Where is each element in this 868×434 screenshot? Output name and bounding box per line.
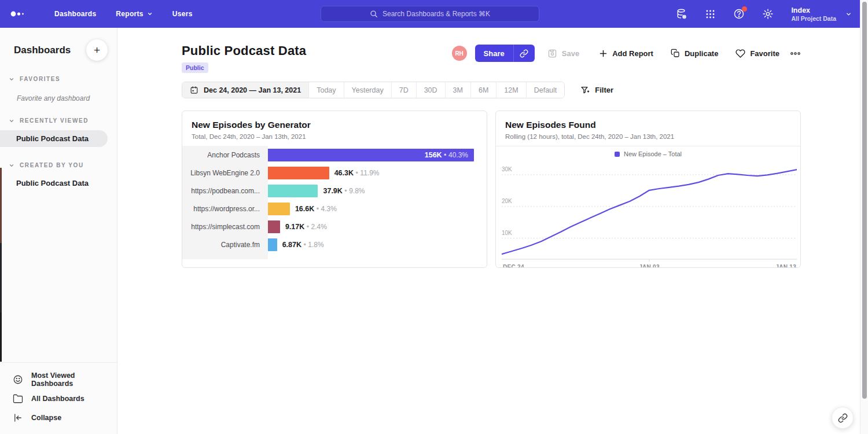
date-preset-12m[interactable]: 12M <box>496 82 525 98</box>
add-report-button[interactable]: Add Report <box>599 49 653 58</box>
section-recently-viewed[interactable]: RECENTLY VIEWED <box>0 117 117 124</box>
apps-grid-icon[interactable] <box>705 9 716 20</box>
more-options-button[interactable] <box>790 51 801 56</box>
date-preset-3m[interactable]: 3M <box>445 82 470 98</box>
legend-swatch <box>615 152 620 157</box>
favorites-empty-note: Favorite any dashboard <box>17 94 117 102</box>
folder-icon <box>13 393 23 404</box>
save-icon <box>547 49 557 58</box>
bar-value-label: 46.3K • 11.9% <box>334 169 380 177</box>
more-dots-icon <box>790 51 801 56</box>
save-button[interactable]: Save <box>547 49 579 58</box>
sidebar-item-public-podcast-data[interactable]: Public Podcast Data <box>0 175 108 192</box>
avatar[interactable]: RH <box>452 46 467 61</box>
date-preset-7d[interactable]: 7D <box>391 82 416 98</box>
card-subtitle: Total, Dec 24th, 2020 – Jan 13th, 2021 <box>192 133 477 140</box>
bar-row[interactable]: 6.87K • 1.8% <box>268 236 474 253</box>
bar-segment[interactable] <box>268 220 280 233</box>
duplicate-button[interactable]: Duplicate <box>671 49 719 58</box>
card-new-episodes-found: New Episodes Found Rolling (12 hours), t… <box>495 111 801 268</box>
link-icon <box>520 49 528 58</box>
bar-value-label: 37.9K • 9.8% <box>323 187 365 195</box>
scrollbar-thumb[interactable] <box>862 2 867 399</box>
page-title: Public Podcast Data <box>182 43 306 58</box>
copy-link-fab[interactable] <box>832 407 854 429</box>
duplicate-label: Duplicate <box>685 49 719 58</box>
settings-gear-icon[interactable] <box>762 8 774 20</box>
collapse-sidebar-button[interactable]: Collapse <box>0 408 117 427</box>
date-range-group: Dec 24, 2020 — Jan 13, 2021 TodayYesterd… <box>182 82 565 98</box>
chart-legend: New Episode – Total <box>496 146 800 161</box>
section-favorites[interactable]: FAVORITES <box>0 76 117 82</box>
filter-button[interactable]: Filter <box>580 86 613 95</box>
bar-category-label: Libsyn WebEngine 2.0 <box>182 164 268 182</box>
date-toolbar: Dec 24, 2020 — Jan 13, 2021 TodayYesterd… <box>182 82 868 98</box>
card-title: New Episodes Found <box>505 120 791 130</box>
bar-value-label: 9.17K • 2.4% <box>285 223 327 231</box>
main-content: Public Podcast Data Public RH Share Save <box>117 28 868 434</box>
section-label: RECENTLY VIEWED <box>20 117 89 124</box>
bar-value-label: 16.6K • 4.3% <box>295 205 337 213</box>
y-axis-tick-label: 10K <box>502 230 512 236</box>
date-preset-today[interactable]: Today <box>308 82 343 98</box>
filter-label: Filter <box>595 86 613 94</box>
sidebar: Dashboards + FAVORITES Favorite any dash… <box>0 28 117 434</box>
search-input[interactable]: Search Dashboards & Reports ⌘K <box>321 6 539 22</box>
workspace-switcher[interactable]: Index All Project Data <box>791 6 852 22</box>
bar-segment[interactable] <box>268 167 329 179</box>
notification-badge <box>742 6 747 12</box>
sidebar-title: Dashboards <box>14 45 71 56</box>
nav-dashboards[interactable]: Dashboards <box>54 10 96 18</box>
data-sources-icon[interactable] <box>676 8 687 20</box>
most-viewed-dashboards-link[interactable]: Most Viewed Dashboards <box>0 370 117 389</box>
date-range-picker[interactable]: Dec 24, 2020 — Jan 13, 2021 <box>182 82 308 98</box>
bar-row[interactable]: 46.3K • 11.9% <box>268 164 474 182</box>
add-report-label: Add Report <box>612 49 653 58</box>
header-actions: RH Share Save Add Report Dupl <box>452 45 801 62</box>
add-dashboard-button[interactable]: + <box>86 39 108 61</box>
app-logo-icon[interactable] <box>9 9 27 19</box>
x-axis-tick-label: DEC 24 <box>503 264 524 268</box>
bar-category-label: https://wordpress.or... <box>182 200 268 218</box>
scrollbar-track[interactable] <box>860 0 868 434</box>
y-axis-tick-label: 20K <box>502 198 512 204</box>
duplicate-icon <box>671 49 680 58</box>
bar-category-label: Anchor Podcasts <box>182 146 268 164</box>
bar-row[interactable]: 9.17K • 2.4% <box>268 218 474 236</box>
bar-segment[interactable]: 156K • 40.3% <box>268 149 474 161</box>
line-series-new-episode-total[interactable] <box>502 170 797 254</box>
section-created-by-you[interactable]: CREATED BY YOU <box>0 162 117 168</box>
share-split-button: Share <box>475 45 535 62</box>
chevron-down-icon <box>9 163 14 168</box>
date-preset-yesterday[interactable]: Yesterday <box>344 82 391 98</box>
bar-row[interactable]: 37.9K • 9.8% <box>268 182 474 200</box>
x-axis-tick-label: JAN 03 <box>639 264 660 268</box>
share-button[interactable]: Share <box>475 45 513 62</box>
bar-row[interactable]: 156K • 40.3% <box>268 146 474 164</box>
background-window-sliver <box>0 243 2 312</box>
footer-label: Most Viewed Dashboards <box>31 372 117 388</box>
bar-row[interactable]: 16.6K • 4.3% <box>268 200 474 218</box>
search-placeholder: Search Dashboards & Reports ⌘K <box>382 10 490 18</box>
bar-value-label: 156K • 40.3% <box>425 151 468 159</box>
date-preset-default[interactable]: Default <box>526 82 565 98</box>
footer-label: All Dashboards <box>31 395 84 403</box>
favorite-button[interactable]: Favorite <box>735 49 779 58</box>
bar-segment[interactable] <box>268 238 277 251</box>
smiley-icon <box>13 374 23 385</box>
help-icon[interactable] <box>733 8 745 20</box>
sidebar-item-public-podcast-data[interactable]: Public Podcast Data <box>0 130 108 147</box>
collapse-icon <box>13 413 23 423</box>
bar-segment[interactable] <box>268 185 318 197</box>
filter-icon <box>580 86 590 95</box>
nav-reports[interactable]: Reports <box>116 10 152 18</box>
date-preset-6m[interactable]: 6M <box>470 82 496 98</box>
bar-segment[interactable] <box>268 203 290 215</box>
share-link-button[interactable] <box>513 45 535 62</box>
date-range-label: Dec 24, 2020 — Jan 13, 2021 <box>204 86 301 94</box>
all-dashboards-link[interactable]: All Dashboards <box>0 389 117 408</box>
date-preset-30d[interactable]: 30D <box>416 82 445 98</box>
workspace-scope: All Project Data <box>791 15 836 22</box>
x-axis-tick-label: JAN 13 <box>775 264 796 268</box>
nav-users[interactable]: Users <box>172 10 193 18</box>
